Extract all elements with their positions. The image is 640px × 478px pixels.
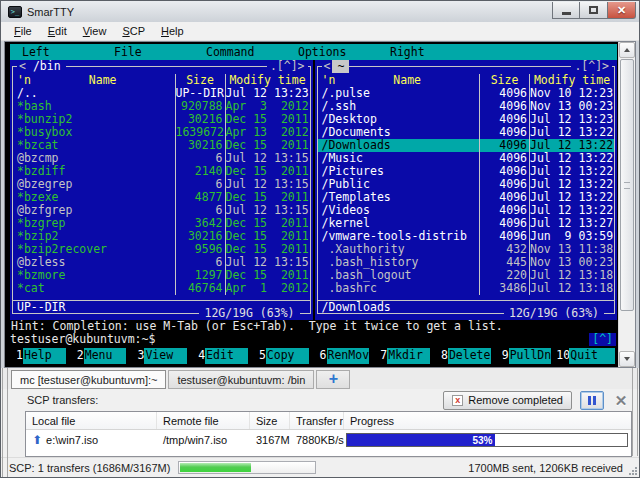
file-row[interactable]: *bzgrep3642Dec 15 2011	[13, 217, 310, 230]
history-back-marker[interactable]: <	[322, 60, 333, 73]
column-mtime[interactable]: Modify time	[529, 74, 614, 87]
file-row[interactable]: /Public4096Jul 12 13:22	[318, 178, 615, 191]
close-button[interactable]: ✕	[608, 2, 636, 19]
file-list: /..UP--DIRJul 12 13:23*bash920788Apr 3 2…	[13, 87, 310, 300]
column-name[interactable]: Name	[31, 74, 175, 87]
menu-view[interactable]: View	[75, 23, 115, 39]
file-size: 4096	[479, 152, 529, 165]
file-row[interactable]: /Documents4096Jul 12 13:22	[318, 126, 615, 139]
panel-path[interactable]: /bin	[28, 60, 66, 73]
mc-menu-options[interactable]: Options	[298, 44, 390, 60]
menu-scp[interactable]: SCP	[114, 23, 153, 39]
fkey-view[interactable]: 3View	[131, 348, 192, 364]
file-row[interactable]: /vmware-tools-distrib4096Jun 9 03:59	[318, 230, 615, 243]
file-row[interactable]: .bash_logout220Jul 12 13:18	[318, 269, 615, 282]
file-row[interactable]: /..UP--DIRJul 12 13:23	[13, 87, 310, 100]
fkey-help[interactable]: 1Help	[10, 348, 71, 364]
file-row[interactable]: *bzip2recover9596Dec 15 2011	[13, 243, 310, 256]
file-row[interactable]: *bzmore1297Dec 15 2011	[13, 269, 310, 282]
maximize-button[interactable]	[580, 2, 608, 19]
mc-right-panel: 'nName Size Modify time /.pulse4096Nov 1…	[315, 60, 618, 320]
panel-path[interactable]: ~	[332, 60, 349, 73]
menu-edit[interactable]: Edit	[40, 23, 75, 39]
file-row[interactable]: /Templates4096Jul 12 13:22	[318, 191, 615, 204]
table-header-remote-file[interactable]: Remote file	[157, 412, 250, 429]
scrollbar-up-button[interactable]	[619, 42, 635, 58]
menu-file[interactable]: File	[6, 23, 40, 39]
file-row[interactable]: @bzless6Jul 12 13:15	[13, 256, 310, 269]
fkey-pulldn[interactable]: 9PullDn	[496, 348, 557, 364]
column-size[interactable]: Size	[175, 74, 225, 87]
file-row[interactable]: /Pictures4096Jul 12 13:22	[318, 165, 615, 178]
column-size[interactable]: Size	[479, 74, 529, 87]
file-row[interactable]: /kernel4096Jul 12 13:27	[318, 217, 615, 230]
panel-corner-controls[interactable]: .[^]>	[267, 60, 308, 73]
file-row[interactable]: /Desktop4096Jul 12 13:23	[318, 113, 615, 126]
minimize-button[interactable]	[552, 2, 580, 19]
mc-menu-file[interactable]: File	[114, 44, 206, 60]
file-row[interactable]: .bashrc3486Jul 12 13:18	[318, 282, 615, 295]
scroll-up-indicator[interactable]: [^]	[589, 333, 616, 346]
file-row[interactable]: .bash_history445Nov 13 00:23	[318, 256, 615, 269]
file-row[interactable]: *cat46764Apr 1 2012	[13, 282, 310, 295]
file-row[interactable]: /Videos4096Jul 12 13:22	[318, 204, 615, 217]
file-size: 4096	[479, 126, 529, 139]
file-row[interactable]: .Xauthority432Nov 13 11:38	[318, 243, 615, 256]
fkey-mkdir[interactable]: 7Mkdir	[374, 348, 435, 364]
fkey-number: 5	[253, 348, 266, 364]
panel-corner-controls[interactable]: .[^]>	[571, 60, 612, 73]
file-row[interactable]: /Music4096Jul 12 13:22	[318, 152, 615, 165]
fkey-label: Menu	[84, 348, 127, 364]
shell-prompt-line[interactable]: testuser@kubuntuvm:~$ [^]	[10, 333, 617, 346]
close-transfers-panel-button[interactable]: ✕	[609, 391, 633, 410]
file-row[interactable]: *busybox1639672Apr 13 2012	[13, 126, 310, 139]
history-back-marker[interactable]: <	[17, 60, 28, 73]
menu-help[interactable]: Help	[153, 23, 192, 39]
pause-transfers-button[interactable]	[580, 391, 604, 410]
file-name: .Xauthority	[318, 243, 480, 256]
transfer-row[interactable]: ⬆e:\win7.iso /tmp/win7.iso 3167M 7880KB/…	[26, 430, 631, 450]
table-header-size[interactable]: Size	[250, 412, 290, 429]
table-header-local-file[interactable]: Local file	[26, 412, 157, 429]
fkey-edit[interactable]: 4Edit	[192, 348, 253, 364]
fkey-renmov[interactable]: 6RenMov	[314, 348, 375, 364]
table-header-progress[interactable]: Progress	[344, 412, 631, 429]
new-tab-button[interactable]: +	[316, 370, 350, 389]
file-row[interactable]: /Downloads4096Jul 12 13:22	[318, 139, 615, 152]
file-row[interactable]: @bzcmp6Jul 12 13:15	[13, 152, 310, 165]
file-row[interactable]: @bzegrep6Jul 12 13:15	[13, 178, 310, 191]
mc-panels: 'nName Size Modify time /..UP--DIRJul 12…	[10, 60, 617, 320]
file-row[interactable]: *bunzip230216Dec 15 2011	[13, 113, 310, 126]
remove-completed-button[interactable]: x Remove completed	[443, 391, 572, 410]
terminal[interactable]: LeftFileCommandOptionsRight 'nName Size …	[5, 42, 618, 367]
file-row[interactable]: *bzcat30216Dec 15 2011	[13, 139, 310, 152]
fkey-delete[interactable]: 8Delete	[435, 348, 496, 364]
terminal-scrollbar[interactable]	[618, 42, 635, 367]
mc-menu-command[interactable]: Command	[206, 44, 298, 60]
column-mtime[interactable]: Modify time	[225, 74, 310, 87]
scrollbar-down-button[interactable]	[619, 351, 635, 367]
column-name[interactable]: Name	[335, 74, 479, 87]
fkey-menu[interactable]: 2Menu	[71, 348, 132, 364]
mc-menu-left[interactable]: Left	[22, 44, 114, 60]
fkey-number: 10	[556, 348, 569, 364]
fkey-copy[interactable]: 5Copy	[253, 348, 314, 364]
title-bar[interactable]: >_ SmarTTY ✕	[1, 1, 639, 22]
mc-menu-right[interactable]: Right	[390, 44, 482, 60]
remove-completed-label: Remove completed	[468, 394, 563, 406]
shell-prompt[interactable]: testuser@kubuntuvm:~$	[10, 333, 589, 346]
scrollbar-thumb[interactable]	[620, 59, 634, 311]
file-row[interactable]: /.ssh4096Nov 13 00:23	[318, 100, 615, 113]
tab-0[interactable]: mc [testuser@kubuntuvm]:~	[11, 370, 166, 389]
file-row[interactable]: *bzdiff2140Dec 15 2011	[13, 165, 310, 178]
fkey-quit[interactable]: 10Quit	[556, 348, 617, 364]
resize-grip[interactable]	[628, 466, 637, 475]
table-header-transfer-rate[interactable]: Transfer rate	[290, 412, 344, 429]
file-row[interactable]: *bzexe4877Dec 15 2011	[13, 191, 310, 204]
file-mtime: Jul 12 13:22	[529, 191, 614, 204]
file-row[interactable]: *bzip230216Dec 15 2011	[13, 230, 310, 243]
file-row[interactable]: *bash920788Apr 3 2012	[13, 100, 310, 113]
file-row[interactable]: /.pulse4096Nov 10 12:23	[318, 87, 615, 100]
file-row[interactable]: @bzfgrep6Jul 12 13:15	[13, 204, 310, 217]
tab-1[interactable]: testuser@kubuntuvm: /bin	[168, 370, 314, 389]
